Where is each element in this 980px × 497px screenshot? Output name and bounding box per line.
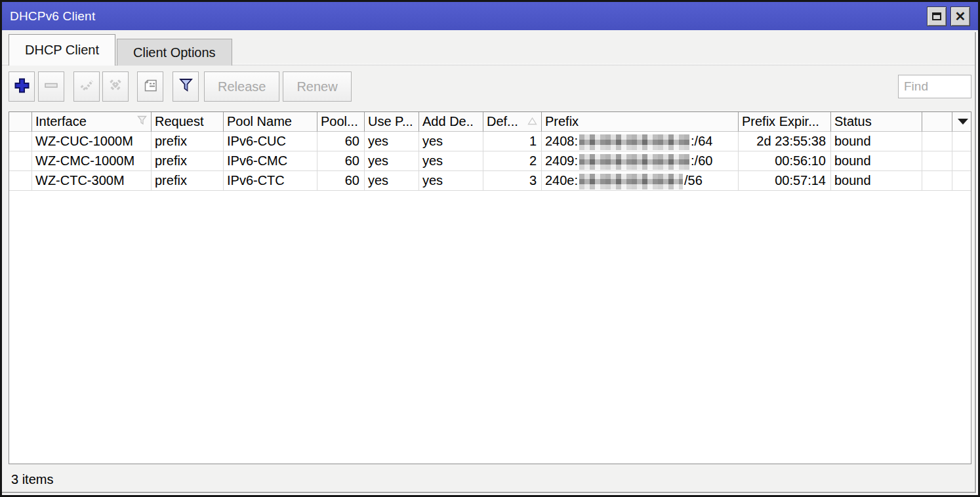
column-header-label: Status xyxy=(834,114,872,129)
column-header-pool_name[interactable]: Pool Name xyxy=(224,112,317,132)
column-header-status[interactable]: Status xyxy=(831,112,922,132)
table-row[interactable]: WZ-CUC-1000MprefixIPv6-CUC60yesyes12408:… xyxy=(9,132,971,151)
column-header-default_route_distance[interactable]: Def... xyxy=(483,112,542,132)
column-header-label: Prefix Expir... xyxy=(742,114,819,129)
table-body: WZ-CUC-1000MprefixIPv6-CUC60yesyes12408:… xyxy=(9,132,971,464)
column-header-prefix_expires[interactable]: Prefix Expir... xyxy=(739,112,831,132)
cell-default_route_distance: 3 xyxy=(483,171,542,191)
cell-pool_name: IPv6-CUC xyxy=(224,132,317,151)
column-header-add_default_route[interactable]: Add De.. xyxy=(419,112,483,132)
window-controls: ✕ xyxy=(927,7,970,26)
cell-add_default_route: yes xyxy=(419,151,483,171)
prefix-start: 2408: xyxy=(545,134,578,148)
cell-status: bound xyxy=(831,132,922,151)
tab-strip: DHCP Client Client Options xyxy=(2,30,978,66)
enable-button[interactable] xyxy=(73,71,100,102)
cell-select xyxy=(9,171,32,191)
maximize-icon xyxy=(932,12,941,20)
disable-button[interactable] xyxy=(102,71,129,102)
check-icon xyxy=(78,77,95,96)
column-header-select[interactable] xyxy=(9,112,32,132)
cell-interface: WZ-CUC-1000M xyxy=(32,132,152,151)
cell-menu xyxy=(952,132,971,151)
cell-add_default_route: yes xyxy=(419,132,483,151)
comment-card-icon xyxy=(142,77,159,97)
cell-spacer xyxy=(922,171,952,191)
prefix-start: 2409: xyxy=(545,153,578,168)
find-input[interactable] xyxy=(898,75,971,98)
table-header: InterfaceRequestPool NamePool...Use P...… xyxy=(9,112,971,132)
cell-prefix_expires: 00:57:14 xyxy=(739,171,831,191)
plus-icon xyxy=(13,77,31,97)
cell-interface: WZ-CTC-300M xyxy=(32,171,152,191)
title-bar: DHCPv6 Client ✕ xyxy=(2,2,978,30)
toolbar: Release Renew xyxy=(9,70,971,103)
cell-status: bound xyxy=(831,171,922,191)
close-icon: ✕ xyxy=(955,10,966,23)
minus-icon xyxy=(43,77,60,96)
dhcp-client-table: InterfaceRequestPool NamePool...Use P...… xyxy=(9,111,971,464)
cell-add_default_route: yes xyxy=(419,171,483,191)
cell-prefix: 2408::/64 xyxy=(542,132,739,151)
column-header-label: Pool... xyxy=(321,114,358,129)
column-header-label: Add De.. xyxy=(422,114,474,129)
table-row[interactable]: WZ-CTC-300MprefixIPv6-CTC60yesyes3240e:/… xyxy=(9,171,971,191)
status-bar: 3 items xyxy=(2,464,978,495)
cell-request: prefix xyxy=(152,171,224,191)
cell-pool_prefix_length: 60 xyxy=(317,171,365,191)
cell-pool_prefix_length: 60 xyxy=(317,151,365,171)
redacted-prefix-segment xyxy=(579,154,689,170)
dhcpv6-client-window: DHCPv6 Client ✕ DHCP Client Client Optio… xyxy=(0,0,980,497)
cell-use_peer_dns: yes xyxy=(365,151,419,171)
tab-client-options[interactable]: Client Options xyxy=(117,39,232,66)
cell-menu xyxy=(952,151,971,171)
cell-default_route_distance: 2 xyxy=(483,151,542,171)
column-header-label: Prefix xyxy=(545,114,579,129)
prefix-start: 240e: xyxy=(545,173,578,188)
column-header-prefix[interactable]: Prefix xyxy=(542,112,739,132)
filter-button[interactable] xyxy=(173,71,199,102)
release-button[interactable]: Release xyxy=(204,71,279,102)
column-header-use_peer_dns[interactable]: Use P... xyxy=(365,112,419,132)
column-header-label: Def... xyxy=(487,114,518,129)
maximize-button[interactable] xyxy=(927,7,947,26)
redacted-prefix-segment xyxy=(579,134,689,150)
cell-request: prefix xyxy=(152,132,224,151)
filter-funnel-icon xyxy=(177,77,195,97)
prefix-end: :/60 xyxy=(691,153,712,168)
column-header-menu[interactable] xyxy=(952,112,971,132)
cell-default_route_distance: 1 xyxy=(483,132,542,151)
cell-interface: WZ-CMC-1000M xyxy=(32,151,152,171)
comment-button[interactable] xyxy=(137,71,163,102)
tab-label: DHCP Client xyxy=(25,43,99,58)
column-header-spacer[interactable] xyxy=(922,112,952,132)
window-title: DHCPv6 Client xyxy=(10,9,95,24)
remove-button[interactable] xyxy=(38,71,64,102)
cell-use_peer_dns: yes xyxy=(365,132,419,151)
column-header-label: Interface xyxy=(35,114,87,129)
column-header-interface[interactable]: Interface xyxy=(32,112,152,132)
add-button[interactable] xyxy=(9,71,35,102)
cell-select xyxy=(9,151,32,171)
close-button[interactable]: ✕ xyxy=(950,7,970,26)
cross-icon xyxy=(107,77,124,96)
cell-pool_name: IPv6-CTC xyxy=(224,171,317,191)
column-header-request[interactable]: Request xyxy=(152,112,224,132)
cell-spacer xyxy=(922,151,952,171)
cell-prefix: 2409::/60 xyxy=(542,151,739,171)
cell-use_peer_dns: yes xyxy=(365,171,419,191)
cell-spacer xyxy=(922,132,952,151)
column-header-pool_prefix_length[interactable]: Pool... xyxy=(317,112,365,132)
renew-button[interactable]: Renew xyxy=(283,71,351,102)
column-filter-funnel-icon xyxy=(136,114,148,129)
cell-request: prefix xyxy=(152,151,224,171)
prefix-end: :/64 xyxy=(691,134,712,148)
cell-menu xyxy=(952,171,971,191)
cell-pool_name: IPv6-CMC xyxy=(224,151,317,171)
cell-prefix_expires: 2d 23:55:38 xyxy=(739,132,831,151)
table-row[interactable]: WZ-CMC-1000MprefixIPv6-CMC60yesyes22409:… xyxy=(9,151,971,171)
redacted-prefix-segment xyxy=(579,174,683,189)
cell-prefix: 240e:/56 xyxy=(542,171,739,191)
tab-dhcp-client[interactable]: DHCP Client xyxy=(9,34,115,66)
column-header-label: Request xyxy=(155,114,204,129)
